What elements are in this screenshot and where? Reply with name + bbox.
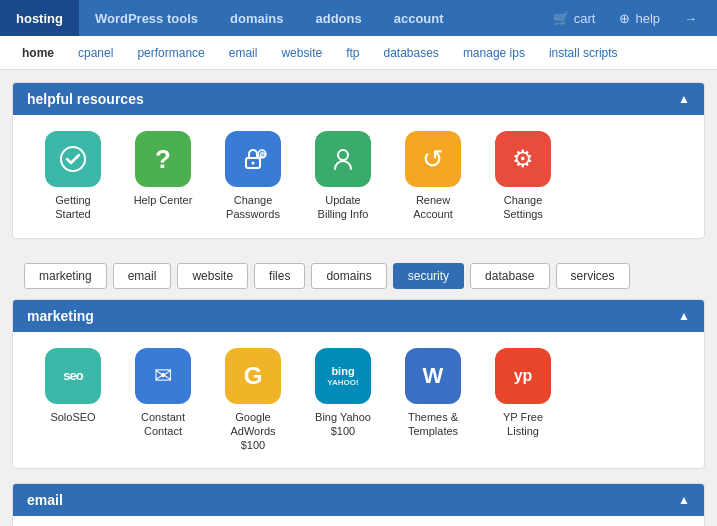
bing-yahoo-label: Bing Yahoo$100 — [315, 410, 371, 439]
bing-yahoo-item[interactable]: bing YAHOO! Bing Yahoo$100 — [303, 348, 383, 453]
bing-yahoo-icon: bing YAHOO! — [315, 348, 371, 404]
getting-started-label: GettingStarted — [55, 193, 90, 222]
help-label: help — [635, 11, 660, 26]
filter-files[interactable]: files — [254, 263, 305, 289]
svg-point-5 — [338, 150, 348, 160]
help-center-icon: ? — [135, 131, 191, 187]
update-billing-item[interactable]: UpdateBilling Info — [303, 131, 383, 222]
themes-templates-label: Themes &Templates — [408, 410, 458, 439]
marketing-section: marketing ▲ seo SoloSEO ✉ ConstantContac… — [12, 299, 705, 470]
getting-started-icon — [45, 131, 101, 187]
top-nav-account[interactable]: account — [378, 0, 460, 36]
cart-icon: 🛒 — [553, 11, 569, 26]
filter-website[interactable]: website — [177, 263, 248, 289]
sub-nav-website[interactable]: website — [269, 36, 334, 70]
top-nav-domains[interactable]: domains — [214, 0, 299, 36]
email-body: EmailManager CheckWebmail — [13, 516, 704, 526]
filter-marketing[interactable]: marketing — [24, 263, 107, 289]
helpful-resources-body: GettingStarted ? Help Center ⚙ ChangePas… — [13, 115, 704, 238]
change-settings-label: ChangeSettings — [503, 193, 543, 222]
helpful-resources-header: helpful resources ▲ — [13, 83, 704, 115]
email-header: email ▲ — [13, 484, 704, 516]
marketing-header: marketing ▲ — [13, 300, 704, 332]
constant-contact-label: ConstantContact — [141, 410, 185, 439]
help-center-label: Help Center — [134, 193, 193, 207]
change-settings-icon: ⚙ — [495, 131, 551, 187]
svg-point-2 — [252, 162, 255, 165]
top-nav-right: 🛒 cart ⊕ help → — [543, 0, 717, 36]
sub-nav-performance[interactable]: performance — [125, 36, 216, 70]
top-nav-hosting[interactable]: hosting — [0, 0, 79, 36]
filter-domains[interactable]: domains — [311, 263, 386, 289]
sub-nav-cpanel[interactable]: cpanel — [66, 36, 125, 70]
email-section: email ▲ EmailManager — [12, 483, 705, 526]
constant-contact-icon: ✉ — [135, 348, 191, 404]
change-settings-item[interactable]: ⚙ ChangeSettings — [483, 131, 563, 222]
renew-account-icon: ↺ — [405, 131, 461, 187]
top-nav: hosting WordPress tools domains addons a… — [0, 0, 717, 36]
themes-templates-icon: W — [405, 348, 461, 404]
yp-listing-item[interactable]: yp YP FreeListing — [483, 348, 563, 453]
help-center-item[interactable]: ? Help Center — [123, 131, 203, 222]
google-adwords-label: GoogleAdWords$100 — [230, 410, 275, 453]
sub-nav-email[interactable]: email — [217, 36, 270, 70]
sub-nav-manage-ips[interactable]: manage ips — [451, 36, 537, 70]
sub-nav-home[interactable]: home — [10, 36, 66, 70]
update-billing-label: UpdateBilling Info — [318, 193, 369, 222]
google-adwords-item[interactable]: G GoogleAdWords$100 — [213, 348, 293, 453]
cart-label: cart — [574, 11, 596, 26]
chevron-up-icon: ▲ — [678, 92, 690, 106]
top-nav-wordpress[interactable]: WordPress tools — [79, 0, 214, 36]
getting-started-item[interactable]: GettingStarted — [33, 131, 113, 222]
svg-point-0 — [61, 147, 85, 171]
filter-services[interactable]: services — [556, 263, 630, 289]
renew-account-item[interactable]: ↺ RenewAccount — [393, 131, 473, 222]
google-adwords-icon: G — [225, 348, 281, 404]
marketing-body: seo SoloSEO ✉ ConstantContact G GoogleAd… — [13, 332, 704, 469]
sub-nav-ftp[interactable]: ftp — [334, 36, 371, 70]
change-passwords-item[interactable]: ⚙ ChangePasswords — [213, 131, 293, 222]
top-nav-items: hosting WordPress tools domains addons a… — [0, 0, 543, 36]
update-billing-icon — [315, 131, 371, 187]
soloseo-item[interactable]: seo SoloSEO — [33, 348, 113, 453]
yp-listing-icon: yp — [495, 348, 551, 404]
svg-text:⚙: ⚙ — [259, 151, 266, 160]
change-passwords-icon: ⚙ — [225, 131, 281, 187]
marketing-chevron-icon: ▲ — [678, 309, 690, 323]
arrow-button[interactable]: → — [674, 0, 707, 36]
top-nav-addons[interactable]: addons — [299, 0, 377, 36]
soloseo-icon: seo — [45, 348, 101, 404]
helpful-resources-title: helpful resources — [27, 91, 144, 107]
yp-listing-label: YP FreeListing — [503, 410, 543, 439]
cart-button[interactable]: 🛒 cart — [543, 0, 606, 36]
renew-account-label: RenewAccount — [413, 193, 453, 222]
change-passwords-label: ChangePasswords — [226, 193, 280, 222]
filter-security[interactable]: security — [393, 263, 464, 289]
help-button[interactable]: ⊕ help — [609, 0, 670, 36]
sub-nav: home cpanel performance email website ft… — [0, 36, 717, 70]
email-title: email — [27, 492, 63, 508]
email-chevron-icon: ▲ — [678, 493, 690, 507]
main-content: helpful resources ▲ GettingStarted ? Hel… — [0, 70, 717, 526]
helpful-resources-section: helpful resources ▲ GettingStarted ? Hel… — [12, 82, 705, 239]
sub-nav-databases[interactable]: databases — [371, 36, 450, 70]
sub-nav-install-scripts[interactable]: install scripts — [537, 36, 630, 70]
constant-contact-item[interactable]: ✉ ConstantContact — [123, 348, 203, 453]
themes-templates-item[interactable]: W Themes &Templates — [393, 348, 473, 453]
filter-email[interactable]: email — [113, 263, 172, 289]
filter-bar: marketing email website files domains se… — [12, 253, 705, 299]
filter-database[interactable]: database — [470, 263, 549, 289]
marketing-title: marketing — [27, 308, 94, 324]
soloseo-label: SoloSEO — [50, 410, 95, 424]
help-icon: ⊕ — [619, 11, 630, 26]
arrow-icon: → — [684, 11, 697, 26]
